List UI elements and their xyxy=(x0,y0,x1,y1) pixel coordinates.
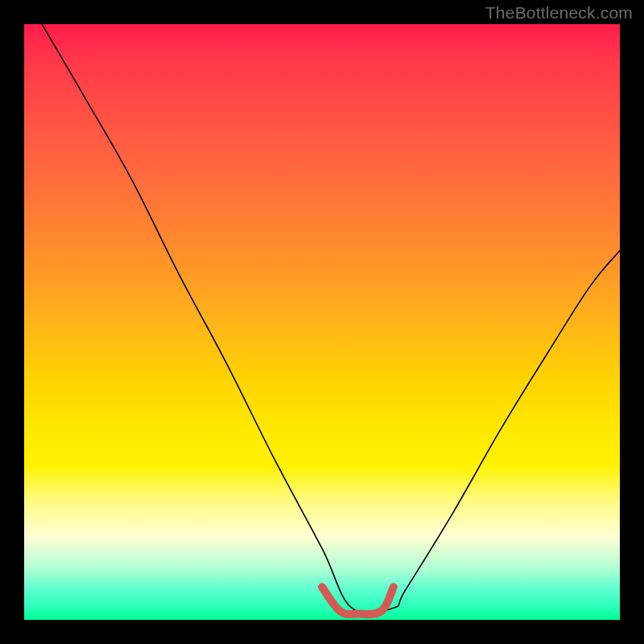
plot-area xyxy=(24,24,620,620)
valley-highlight-path xyxy=(322,587,394,614)
chart-svg xyxy=(24,24,620,620)
chart-frame: TheBottleneck.com xyxy=(0,0,644,644)
curve-path xyxy=(42,24,620,613)
watermark-text: TheBottleneck.com xyxy=(485,3,633,23)
valley-highlight-series xyxy=(322,587,394,614)
curve-series xyxy=(42,24,620,613)
